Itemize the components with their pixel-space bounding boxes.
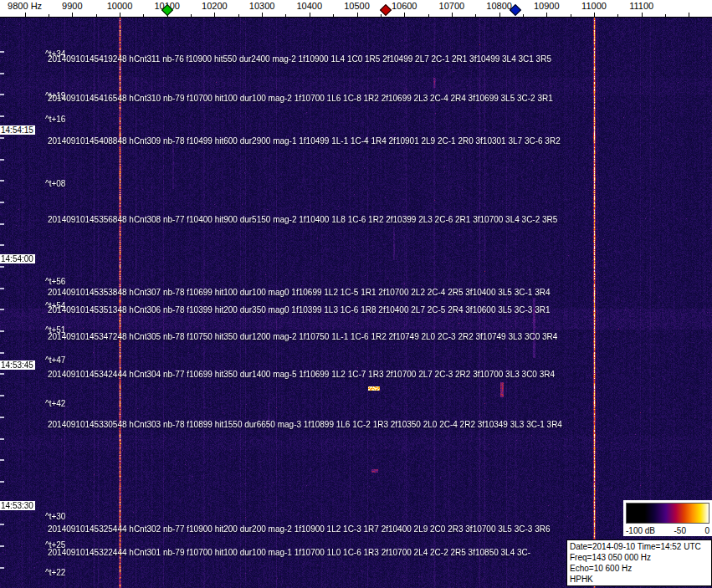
freq-label: 10000 [107,1,133,11]
detection-log-line: 20140910145347248 hCnt305 nb-78 f10750 h… [48,333,557,341]
freq-tick [452,13,453,17]
freq-tick [689,13,689,17]
echo-time-tag: ^t+22 [45,569,65,577]
freq-label: 10200 [202,1,228,11]
detection-log-line: 20140910145408848 hCnt309 nb-78 f10499 h… [48,137,561,146]
freq-tick [546,13,547,17]
freq-label: 10800 [486,1,512,11]
color-scale-gradient [626,503,709,524]
detection-log-line: 20140910145419248 hCnt311 nb-76 f10900 h… [48,55,551,64]
freq-tick [499,13,500,17]
db-scale-labels: -100 dB -50 0 [626,526,709,535]
detection-log-line: 20140910145351348 hCnt306 nb-78 f10399 h… [48,306,550,314]
time-label: 14:54:15 [0,125,35,135]
freq-tick [594,13,595,17]
freq-tick [262,13,263,17]
freq-label: 11000 [581,1,607,11]
freq-tick [143,14,144,17]
db-mid-label: -50 [674,526,686,535]
time-label: 14:54:00 [0,254,35,263]
info-station-code: HPHK [570,574,709,585]
db-min-label: -100 dB [626,526,655,535]
freq-tick [285,14,286,17]
info-frequency: Freq=143 050 000 Hz [570,552,709,563]
freq-label: 10600 [392,1,417,11]
freq-tick [25,13,26,17]
echo-time-tag: ^t+30 [45,513,65,521]
freq-label: 11100 [629,1,653,11]
db-max-label: 0 [704,526,709,535]
freq-label: 9900 [62,1,82,11]
frequency-scale: 9800 Hz990010000101001020010300104001050… [0,0,712,18]
freq-tick [617,14,618,17]
echo-time-tag: ^t+42 [45,400,65,408]
freq-tick [523,14,524,17]
detection-log-line: 20140910145325444 hCnt302 nb-77 f10900 h… [48,525,550,534]
detection-log-line: 20140910145416548 hCnt310 nb-79 f10700 h… [48,95,553,103]
freq-tick [571,14,571,17]
freq-tick [357,13,358,17]
detection-log-line: 20140910145342444 hCnt304 nb-77 f10699 h… [48,371,555,379]
freq-label: 10700 [439,1,465,11]
freq-label: 10900 [534,1,560,11]
freq-label: 9800 Hz [8,1,42,11]
freq-tick [381,14,382,17]
freq-label: 10500 [344,1,370,11]
detection-log-line: 20140910145322444 hCnt301 nb-79 f10700 h… [48,549,530,557]
freq-tick [72,13,73,17]
freq-tick [310,13,310,17]
freq-label: 10400 [297,1,323,11]
freq-tick [428,14,429,17]
echo-time-tag: ^t+56 [45,278,65,286]
echo-time-tag: ^t+47 [45,356,65,365]
detection-log-line: 20140910145356848 hCnt308 nb-77 f10400 h… [48,216,557,224]
freq-tick [333,14,334,17]
freq-tick [214,13,215,17]
screen: 9800 Hz990010000101001020010300104001050… [0,0,712,588]
echo-time-tag: ^t+08 [45,180,65,188]
spectrogram-canvas[interactable] [0,18,712,588]
freq-tick [96,14,97,17]
freq-label: 10300 [249,1,275,11]
time-label: 14:53:30 [0,501,35,510]
station-info-box: Date=2014-09-10 Time=14:52 UTC Freq=143 … [566,539,712,586]
info-date-time: Date=2014-09-10 Time=14:52 UTC [570,541,709,552]
freq-tick [642,13,643,17]
freq-tick [49,14,49,17]
freq-tick [665,14,666,17]
freq-tick [120,13,120,17]
freq-tick [475,14,476,17]
freq-tick [238,14,239,17]
echo-time-tag: ^t+16 [45,115,65,124]
info-echo-frequency: Echo=10 600 Hz [570,563,709,574]
detection-log-line: 20140910145353848 hCnt307 nb-78 f10699 h… [48,289,550,297]
time-label: 14:53:45 [0,360,35,370]
freq-tick [404,13,405,17]
detection-log-line: 20140910145330548 hCnt303 nb-78 f10899 h… [48,421,562,429]
db-scale-legend: -100 dB -50 0 [623,500,712,536]
freq-tick [191,14,192,17]
